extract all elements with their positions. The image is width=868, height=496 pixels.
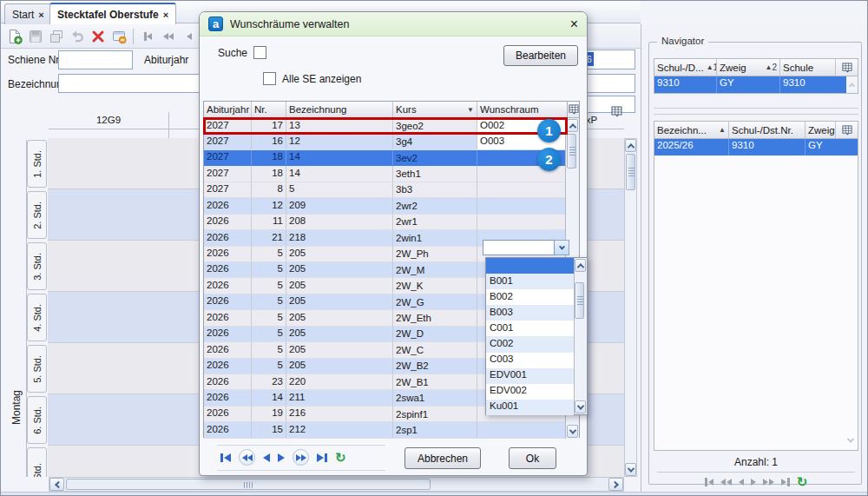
dropdown-item[interactable]: B001 bbox=[486, 274, 574, 289]
new-record-icon[interactable] bbox=[4, 26, 25, 47]
table-row[interactable]: 2027 8 5 3b3 bbox=[204, 182, 579, 198]
grid-vscroll-thumb[interactable] bbox=[626, 154, 635, 190]
scroll-down-icon[interactable] bbox=[575, 400, 586, 413]
separator-line bbox=[217, 470, 385, 471]
separator-line bbox=[217, 445, 385, 446]
column-chooser-icon[interactable] bbox=[836, 59, 858, 76]
tab-close-icon[interactable]: × bbox=[38, 10, 43, 20]
wunschraeume-dialog: a Wunschräume verwalten × Suche Bearbeit… bbox=[199, 11, 588, 476]
table-row[interactable]: 2027 16 12 3g4 O003 bbox=[204, 134, 579, 149]
dialog-close-icon[interactable]: × bbox=[570, 17, 578, 31]
dropdown-item[interactable]: C002 bbox=[486, 336, 574, 352]
nav-forward-icon[interactable] bbox=[278, 453, 285, 462]
tab-close-icon[interactable]: × bbox=[163, 10, 168, 20]
dialog-titlebar[interactable]: a Wunschräume verwalten × bbox=[200, 12, 587, 36]
scroll-up-icon[interactable] bbox=[625, 139, 636, 152]
wunschraum-cell[interactable] bbox=[477, 422, 567, 438]
nav-fast-forward-icon[interactable] bbox=[293, 449, 309, 466]
nav-back-icon[interactable] bbox=[179, 26, 200, 47]
refresh-icon[interactable]: ↻ bbox=[797, 475, 808, 488]
table-vscroll-thumb[interactable] bbox=[567, 134, 576, 169]
nav-fast-back-icon[interactable] bbox=[239, 449, 255, 466]
scroll-down-icon[interactable] bbox=[847, 435, 854, 442]
table-row[interactable]: 2027 18 14 3eth1 bbox=[204, 166, 579, 182]
table-row[interactable]: 2026 11 208 2wr1 bbox=[204, 215, 579, 230]
column-header[interactable]: Zweig bbox=[806, 122, 836, 138]
nav-back-icon[interactable] bbox=[739, 479, 744, 486]
dropdown-item[interactable]: Ku001 bbox=[486, 400, 574, 415]
column-header[interactable]: Schul-/D... ▲ 1 bbox=[654, 59, 717, 76]
table-row[interactable]: 2027 18 14 3ev2 bbox=[204, 150, 579, 166]
schiene-nr-input[interactable] bbox=[58, 50, 133, 69]
tab-start[interactable]: Start × bbox=[4, 3, 52, 24]
column-header-abiturjahr[interactable]: Abiturjahr bbox=[204, 102, 252, 117]
undo-icon[interactable] bbox=[67, 26, 88, 47]
dropdown-item[interactable]: C003 bbox=[486, 353, 574, 368]
wunschraum-combobox[interactable] bbox=[483, 240, 569, 255]
dropdown-item[interactable]: EDV002 bbox=[486, 384, 574, 400]
form-remove-icon[interactable] bbox=[108, 26, 129, 47]
navigator-schoolyear-table: Bezeichn... ▲ Schul-/Dst.Nr. Zweig 2025/… bbox=[654, 121, 858, 451]
alle-se-checkbox[interactable] bbox=[263, 72, 276, 85]
column-header[interactable]: Bezeichn... ▲ bbox=[654, 122, 729, 138]
scroll-up-icon[interactable] bbox=[575, 259, 586, 272]
tab-stecktafel-oberstufe[interactable]: Stecktafel Oberstufe × bbox=[49, 3, 176, 24]
nav-last-icon[interactable] bbox=[317, 453, 327, 462]
scroll-down-icon[interactable] bbox=[567, 425, 578, 438]
column-header[interactable]: Schul-/Dst.Nr. bbox=[729, 122, 806, 138]
dialog-record-nav: ↻ bbox=[220, 449, 346, 466]
delete-icon[interactable] bbox=[88, 26, 108, 47]
nav-forward-icon[interactable] bbox=[751, 479, 756, 486]
table-row[interactable]: 2027 17 13 3geo2 O002 bbox=[204, 118, 579, 134]
column-chooser-icon[interactable] bbox=[606, 101, 627, 122]
copy-icon[interactable] bbox=[46, 26, 67, 47]
chevron-down-icon[interactable] bbox=[555, 240, 569, 255]
nav-fast-back-icon[interactable] bbox=[158, 26, 179, 47]
wunschraum-cell[interactable] bbox=[477, 215, 567, 230]
save-icon[interactable] bbox=[25, 26, 46, 47]
tab-start-label: Start bbox=[12, 9, 34, 21]
table-row[interactable]: 2025/26 9310 GY bbox=[654, 139, 858, 155]
column-header[interactable]: Schule bbox=[780, 59, 836, 76]
dropdown-scroll-thumb[interactable] bbox=[575, 282, 584, 319]
scroll-down-icon[interactable] bbox=[625, 463, 636, 476]
column-header-bezeichnung[interactable]: Bezeichnung bbox=[286, 102, 393, 117]
abbrechen-button[interactable]: Abbrechen bbox=[404, 447, 481, 469]
scroll-left-icon[interactable] bbox=[49, 478, 64, 491]
column-chooser-icon[interactable] bbox=[836, 122, 858, 138]
dropdown-item[interactable] bbox=[486, 258, 574, 274]
combobox-field[interactable] bbox=[483, 240, 555, 255]
dropdown-item[interactable]: EDV001 bbox=[486, 368, 574, 384]
column-header[interactable]: Zweig ▲ 2 bbox=[717, 59, 780, 76]
dropdown-item[interactable]: B003 bbox=[486, 305, 574, 321]
nav-last-icon[interactable] bbox=[781, 478, 790, 486]
nav-fast-forward-icon[interactable] bbox=[763, 479, 774, 486]
refresh-icon[interactable]: ↻ bbox=[335, 451, 346, 464]
table-row[interactable]: 9310 GY 9310 bbox=[654, 76, 846, 93]
table-row[interactable]: 2026 12 209 2wr2 bbox=[204, 198, 579, 214]
column-header-kurs[interactable]: Kurs▼ bbox=[393, 102, 477, 117]
ok-button[interactable]: Ok bbox=[509, 447, 556, 469]
column-header-wunschraum[interactable]: Wunschraum bbox=[477, 102, 567, 117]
grid-hscroll-thumb[interactable] bbox=[66, 479, 431, 490]
separator-line bbox=[657, 472, 855, 473]
scroll-up-icon[interactable] bbox=[567, 119, 578, 132]
column-header-nr[interactable]: Nr. bbox=[252, 102, 286, 117]
dropdown-item[interactable]: B002 bbox=[486, 289, 574, 305]
grid-vertical-scrollbar bbox=[624, 138, 637, 477]
wunschraum-cell[interactable] bbox=[477, 182, 567, 198]
nav-first-icon[interactable] bbox=[705, 478, 713, 486]
nav-first-icon[interactable] bbox=[220, 453, 231, 462]
table-row[interactable]: 2026 15 212 2sp1 bbox=[204, 422, 579, 438]
bearbeiten-button[interactable]: Bearbeiten bbox=[503, 45, 578, 66]
nav-back-icon[interactable] bbox=[263, 453, 270, 462]
dropdown-item[interactable]: C001 bbox=[486, 321, 574, 336]
abiturjahr-label: Abiturjahr bbox=[144, 54, 188, 66]
scroll-right-icon[interactable] bbox=[608, 478, 623, 491]
nav-first-icon[interactable] bbox=[137, 26, 158, 47]
separator-line bbox=[654, 108, 858, 109]
nav-fast-back-icon[interactable] bbox=[720, 479, 732, 486]
wunschraum-cell[interactable] bbox=[477, 198, 567, 214]
column-chooser-icon[interactable] bbox=[567, 102, 579, 117]
suche-checkbox[interactable] bbox=[253, 46, 266, 59]
